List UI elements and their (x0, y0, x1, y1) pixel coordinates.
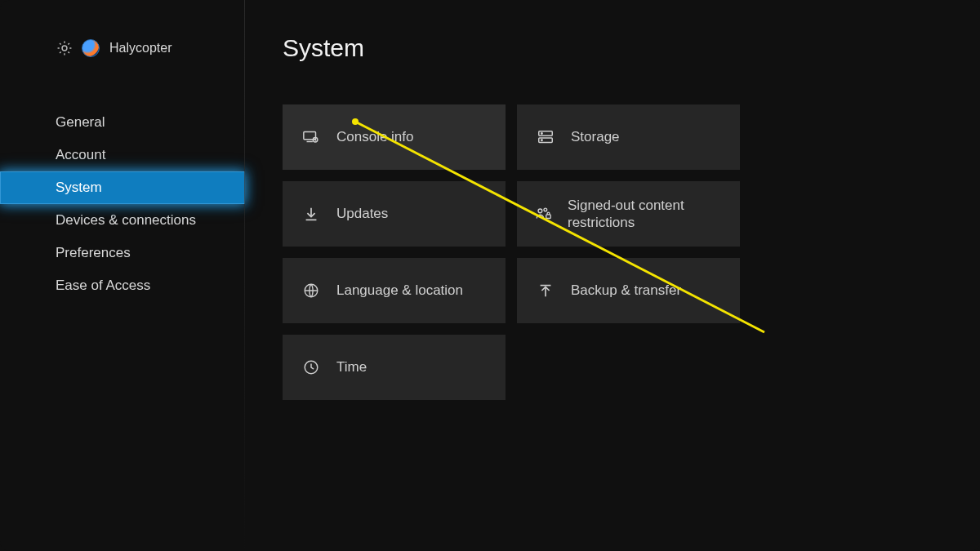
console-info-icon (301, 128, 322, 146)
tile-language-location[interactable]: Language & location (283, 258, 506, 323)
tile-signed-out-restrictions[interactable]: Signed-out content restrictions (517, 181, 740, 247)
tile-label: Language & location (336, 282, 463, 299)
settings-app: Halycopter General Account System Device… (0, 0, 980, 551)
profile-header: Halycopter (0, 39, 245, 57)
sidebar-item-system[interactable]: System (0, 171, 245, 204)
tile-backup-transfer[interactable]: Backup & transfer (517, 258, 740, 323)
svg-point-0 (62, 46, 67, 51)
sidebar-nav: General Account System Devices & connect… (0, 106, 245, 302)
svg-point-8 (544, 208, 547, 211)
tile-label: Backup & transfer (571, 282, 681, 299)
tile-label: Updates (336, 205, 388, 222)
tile-time[interactable]: Time (283, 335, 506, 400)
sidebar-item-general[interactable]: General (0, 106, 245, 139)
tile-updates[interactable]: Updates (283, 181, 506, 247)
sidebar-item-ease-of-access[interactable]: Ease of Access (0, 269, 245, 302)
download-icon (301, 205, 322, 223)
sidebar-item-label: Devices & connections (56, 212, 196, 228)
sidebar-item-preferences[interactable]: Preferences (0, 237, 245, 269)
people-lock-icon (535, 205, 553, 223)
main-content: System Console info Storage Updates (245, 0, 980, 551)
storage-icon (535, 128, 556, 146)
avatar (82, 39, 100, 57)
page-title: System (283, 34, 980, 62)
tile-storage[interactable]: Storage (517, 104, 740, 170)
sidebar-item-account[interactable]: Account (0, 139, 245, 171)
sidebar-item-label: Preferences (56, 245, 131, 260)
tile-console-info[interactable]: Console info (283, 104, 506, 170)
sidebar-item-label: System (56, 180, 102, 195)
tiles-grid: Console info Storage Updates Signed-out … (283, 104, 980, 400)
sidebar: Halycopter General Account System Device… (0, 0, 245, 551)
tile-label: Storage (571, 128, 620, 145)
sidebar-item-label: General (56, 114, 105, 130)
globe-icon (301, 282, 322, 300)
sidebar-item-label: Ease of Access (56, 278, 150, 293)
svg-rect-9 (546, 215, 551, 219)
svg-point-7 (538, 209, 542, 213)
tile-label: Console info (336, 128, 414, 145)
sidebar-item-label: Account (56, 147, 105, 162)
sidebar-item-devices[interactable]: Devices & connections (0, 204, 245, 237)
tile-label: Signed-out content restrictions (568, 197, 722, 232)
upload-icon (535, 282, 556, 300)
gear-icon (56, 39, 74, 57)
clock-icon (301, 358, 322, 376)
svg-point-5 (541, 133, 542, 134)
annotation-dot (352, 118, 359, 125)
profile-name: Halycopter (109, 41, 172, 56)
svg-point-6 (541, 140, 542, 140)
tile-label: Time (336, 358, 367, 375)
